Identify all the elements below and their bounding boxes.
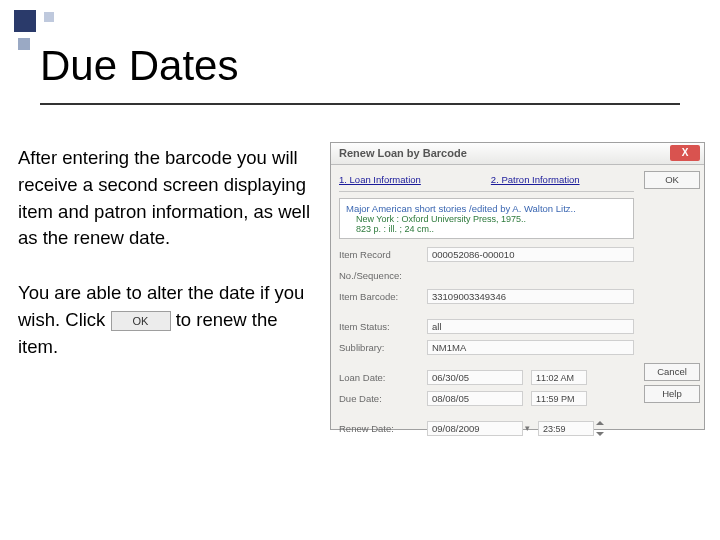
label-sublibrary: Sublibrary: [339,342,427,353]
title-rule [40,103,680,105]
renew-loan-dialog: Renew Loan by Barcode X OK Cancel Help 1… [330,142,705,430]
renew-time-input[interactable]: 23:59 [538,421,594,436]
value-loan-time: 11:02 AM [531,370,587,385]
dialog-titlebar: Renew Loan by Barcode X [331,143,704,165]
calendar-icon[interactable]: ▾ [525,423,530,433]
tab-loan-information[interactable]: 1. Loan Information [339,174,421,185]
value-sublibrary: NM1MA [427,340,634,355]
value-due-date: 08/08/05 [427,391,523,406]
value-due-time: 11:59 PM [531,391,587,406]
label-item-status: Item Status: [339,321,427,332]
label-item-record: Item Record [339,249,427,260]
value-item-barcode: 33109003349346 [427,289,634,304]
dialog-title-text: Renew Loan by Barcode [339,147,467,159]
item-physical: 823 p. : ill. ; 24 cm.. [346,224,627,234]
value-loan-date: 06/30/05 [427,370,523,385]
label-item-barcode: Item Barcode: [339,291,427,302]
time-stepper[interactable] [596,421,606,436]
slide-title: Due Dates [40,42,238,90]
renew-date-input[interactable]: 09/08/2009 [427,421,523,436]
paragraph-1: After entering the barcode you will rece… [18,145,318,252]
item-description-box: Major American short stories /edited by … [339,198,634,239]
close-icon[interactable]: X [670,145,700,161]
label-due-date: Due Date: [339,393,427,404]
item-title: Major American short stories /edited by … [346,203,627,214]
label-renew-date: Renew Date: [339,423,427,434]
label-loan-date: Loan Date: [339,372,427,383]
label-no-sequence: No./Sequence: [339,270,427,281]
paragraph-2: You are able to alter the date if you wi… [18,280,318,360]
inline-ok-button: OK [111,311,171,331]
body-text: After entering the barcode you will rece… [18,145,318,389]
item-publisher: New York : Oxford University Press, 1975… [346,214,627,224]
value-item-status: all [427,319,634,334]
help-button[interactable]: Help [644,385,700,403]
value-item-record: 000052086-000010 [427,247,634,262]
cancel-button[interactable]: Cancel [644,363,700,381]
tab-patron-information[interactable]: 2. Patron Information [491,174,580,185]
ok-button[interactable]: OK [644,171,700,189]
dialog-body: 1. Loan Information 2. Patron Informatio… [331,165,640,429]
dialog-side-buttons: OK Cancel Help [640,165,704,429]
